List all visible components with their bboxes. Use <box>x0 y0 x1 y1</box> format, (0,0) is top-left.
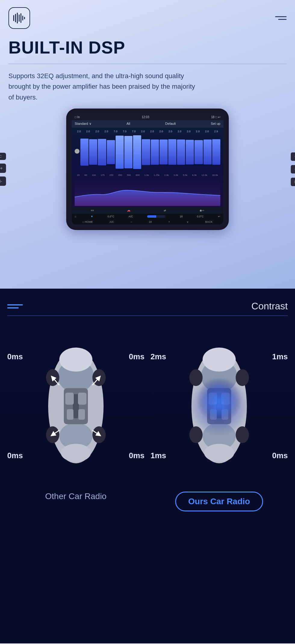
svg-point-38 <box>204 444 234 462</box>
ours-top-right-ms: 1ms <box>272 352 288 361</box>
screen-toolbar: Standard ∨ All Default Set up <box>72 120 223 127</box>
other-car-col: 0ms 0ms 0ms 0ms <box>7 328 144 501</box>
page-title: BUILT-IN DSP <box>8 38 287 57</box>
svg-rect-0 <box>13 15 14 21</box>
other-car-svg <box>44 343 107 469</box>
svg-rect-3 <box>19 14 20 22</box>
ours-car-button[interactable]: Ours Car Radio <box>175 492 263 511</box>
icon-speaker[interactable]: ◉⇨ <box>200 209 204 212</box>
logo <box>8 7 30 29</box>
nav-num: 18 <box>149 220 152 223</box>
statusbar-left: □ In <box>75 115 80 119</box>
other-bottom-left-ms: 0ms <box>7 451 23 460</box>
other-car-label: Other Car Radio <box>45 492 107 501</box>
svg-rect-23 <box>67 409 73 420</box>
toolbar-default[interactable]: Default <box>165 122 176 126</box>
eq-sliders-area <box>75 134 220 173</box>
eq-container: 2.02.0 2.02.0 7.07.0 7.02.0 2.02.0 2.02.… <box>72 127 223 206</box>
right-btn-3[interactable] <box>291 178 295 186</box>
ac-right-temp: 0.0°C <box>197 215 204 218</box>
icon-eq[interactable]: ≡≡ <box>91 209 94 212</box>
screen-nav-bar: ⌂ HOME A/C – 18 + ∨ BACK <box>72 219 223 225</box>
eq-curve-area <box>75 179 220 206</box>
speaker-glow <box>189 376 249 436</box>
other-car-diagram: 0ms 0ms 0ms 0ms <box>7 328 144 484</box>
svg-point-17 <box>59 348 92 372</box>
screen-bottom-bar: ≡≡ 🚗 ⇌ ◉⇨ <box>72 207 223 214</box>
radio-screen: □ In 12:03 18 □ ↩ Standard ∨ All Default… <box>72 114 223 225</box>
ac-home-icon[interactable]: ⌂ <box>75 215 76 218</box>
toolbar-all[interactable]: All <box>126 122 130 126</box>
svg-rect-4 <box>20 13 21 23</box>
right-btn-2[interactable] <box>291 165 295 173</box>
svg-rect-22 <box>78 393 86 405</box>
right-btn-1[interactable] <box>291 152 295 161</box>
side-btn-2[interactable]: ⊞+ <box>0 164 6 173</box>
bottom-section: Contrast 0ms 0ms 0ms 0ms <box>0 289 295 643</box>
svg-rect-5 <box>22 16 23 20</box>
car-radio-device: □ In 12:03 18 □ ↩ Standard ∨ All Default… <box>66 109 229 230</box>
comparison-row: 0ms 0ms 0ms 0ms <box>7 328 288 511</box>
top-section: BUILT-IN DSP Supports 32EQ adjustment, a… <box>0 0 295 289</box>
hero-description: Supports 32EQ adjustment, and the ultra-… <box>8 71 201 103</box>
nav-home[interactable]: ⌂ HOME <box>82 220 93 223</box>
ours-car-diagram: 2ms 1ms 1ms 0ms <box>151 328 288 484</box>
contrast-divider <box>7 315 288 316</box>
statusbar-time: 12:03 <box>142 115 149 119</box>
ours-bottom-right-ms: 0ms <box>272 451 288 460</box>
contrast-header: Contrast <box>7 301 288 312</box>
nav-back[interactable]: BACK <box>205 220 213 223</box>
nav-ac[interactable]: A/C <box>110 220 114 223</box>
ac-bar: ⌂ ▼ 0.0°C A/C 18 0.0°C ↩ <box>72 214 223 219</box>
svg-rect-24 <box>78 409 85 420</box>
screen-statusbar: □ In 12:03 18 □ ↩ <box>72 114 223 120</box>
ac-temp-value: 18 <box>180 215 183 218</box>
eq-freq-row: 2060 100175 250350 500800 1.0k1.25k 2.0k… <box>75 173 220 178</box>
ac-button[interactable]: AC <box>0 153 6 160</box>
toolbar-preset[interactable]: Standard ∨ <box>75 122 92 126</box>
other-top-right-ms: 0ms <box>129 352 144 361</box>
left-side-buttons: AC ⊞+ ⊞- <box>0 153 6 186</box>
ours-bottom-left-ms: 1ms <box>151 451 166 460</box>
statusbar-right: 18 □ ↩ <box>211 115 220 119</box>
ours-top-left-ms: 2ms <box>151 352 166 361</box>
svg-point-37 <box>203 348 236 372</box>
eq-values-row: 2.02.0 2.02.0 7.07.0 7.02.0 2.02.0 2.02.… <box>75 130 220 133</box>
svg-rect-1 <box>15 14 16 22</box>
svg-rect-6 <box>24 17 25 19</box>
right-side-buttons <box>291 152 295 186</box>
title-divider <box>8 64 287 64</box>
other-bottom-right-ms: 0ms <box>129 451 144 460</box>
toolbar-setup[interactable]: Set up <box>211 122 220 126</box>
ours-car-label-wrapper: Ours Car Radio <box>175 492 263 511</box>
icon-car[interactable]: 🚗 <box>127 209 130 212</box>
ac-back-icon[interactable]: ↩ <box>218 215 220 218</box>
nav-minus[interactable]: – <box>131 220 132 223</box>
contrast-label: Contrast <box>251 301 288 312</box>
ac-indicator: ▼ <box>91 215 93 218</box>
ac-bar-display <box>147 215 165 218</box>
header <box>8 0 287 35</box>
hamburger-menu[interactable] <box>275 16 287 20</box>
nav-chevron[interactable]: ∨ <box>187 220 189 223</box>
eq-sliders <box>80 134 220 170</box>
ac-label: A/C <box>129 215 133 218</box>
contrast-icon <box>7 304 23 308</box>
device-wrapper: AC ⊞+ ⊞- □ In 12:03 18 □ ↩ Standard ∨ Al… <box>8 109 287 230</box>
nav-plus[interactable]: + <box>168 220 170 223</box>
svg-rect-2 <box>17 13 18 23</box>
side-btn-3[interactable]: ⊞- <box>0 176 6 186</box>
svg-point-18 <box>61 444 91 462</box>
ours-car-col: 2ms 1ms 1ms 0ms <box>151 328 288 511</box>
icon-nav[interactable]: ⇌ <box>164 209 166 212</box>
svg-rect-21 <box>65 393 74 405</box>
other-top-left-ms: 0ms <box>7 352 23 361</box>
eq-knob[interactable] <box>75 149 79 154</box>
ac-left-temp: 0.0°C <box>107 215 114 218</box>
